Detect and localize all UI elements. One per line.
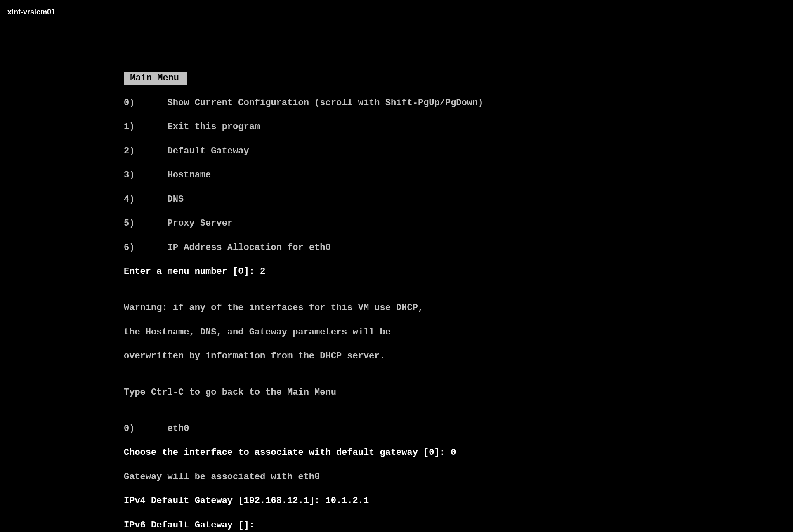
ipv4-gateway-prompt[interactable]: IPv4 Default Gateway [192.168.12.1]: 10.… [124,495,483,507]
menu-item-1: 1) Exit this program [124,121,483,133]
console-output[interactable]: Main Menu 0) Show Current Configuration … [124,60,483,532]
vm-name-label: xint-vrslcm01 [7,7,55,17]
menu-item-6: 6) IP Address Allocation for eth0 [124,242,483,254]
warning-line-1: Warning: if any of the interfaces for th… [124,302,483,314]
menu-number-prompt[interactable]: Enter a menu number [0]: 2 [124,266,483,278]
interface-association-msg: Gateway will be associated with eth0 [124,471,483,483]
warning-line-2: the Hostname, DNS, and Gateway parameter… [124,326,483,338]
back-hint: Type Ctrl-C to go back to the Main Menu [124,386,483,398]
menu-item-4: 4) DNS [124,193,483,205]
interface-list-item-0: 0) eth0 [124,423,483,435]
interface-choice-prompt[interactable]: Choose the interface to associate with d… [124,447,483,459]
menu-item-0: 0) Show Current Configuration (scroll wi… [124,97,483,109]
menu-item-3: 3) Hostname [124,169,483,181]
ipv6-gateway-prompt[interactable]: IPv6 Default Gateway []: [124,519,483,531]
menu-item-2: 2) Default Gateway [124,145,483,157]
menu-item-5: 5) Proxy Server [124,217,483,229]
menu-title: Main Menu [124,72,187,85]
warning-line-3: overwritten by information from the DHCP… [124,350,483,362]
